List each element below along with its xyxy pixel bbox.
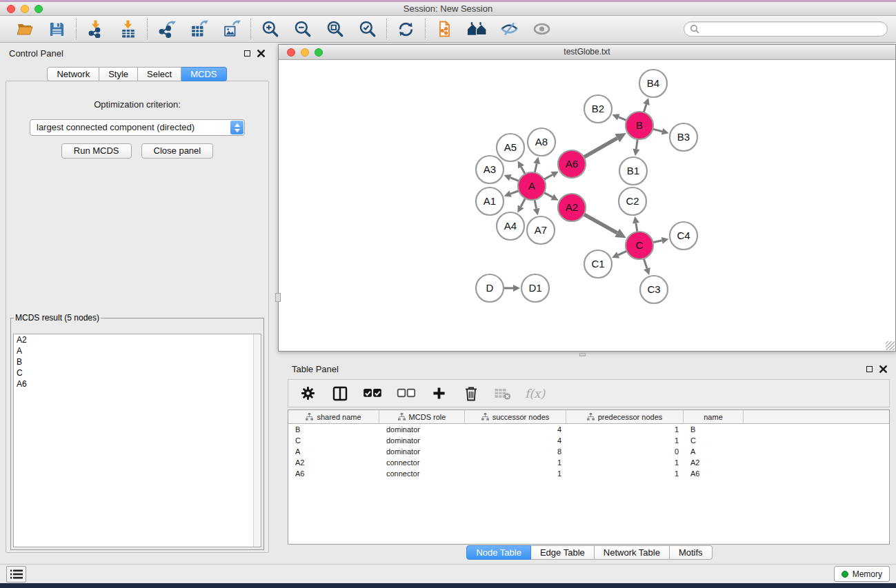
graph-edge[interactable] [544, 192, 552, 196]
splitter-knob[interactable] [275, 293, 281, 302]
graph-edge[interactable] [618, 251, 627, 255]
graph-edge[interactable] [521, 199, 525, 207]
graph-edge[interactable] [653, 241, 662, 243]
import-table-icon[interactable] [119, 20, 137, 39]
column-header-mcds-role[interactable]: MCDS role [379, 410, 465, 423]
result-scrollbar[interactable] [253, 334, 261, 547]
tab-select[interactable]: Select [138, 67, 181, 81]
cell-predecessor-nodes[interactable]: 0 [566, 446, 684, 457]
tab-node-table[interactable]: Node Table [466, 545, 531, 560]
graph-edge[interactable] [636, 139, 637, 149]
cell-name[interactable]: C [684, 435, 744, 446]
network-canvas[interactable]: B4B2BB3B1A5A8A6A3AA1A2C2A4A7C4CC1C3DD1 [279, 60, 895, 351]
delete-table-icon[interactable] [493, 384, 512, 403]
graph-node[interactable]: A6 [558, 150, 586, 178]
graph-node[interactable]: D [476, 274, 504, 302]
cell-mcds-role[interactable]: dominator [379, 424, 465, 435]
graph-edge[interactable] [636, 223, 637, 232]
open-session-icon[interactable] [15, 20, 34, 39]
cell-predecessor-nodes[interactable]: 1 [566, 435, 684, 446]
cell-shared-name[interactable]: A [288, 446, 379, 457]
float-table-panel-icon[interactable] [866, 366, 873, 372]
mcds-result-list[interactable]: A2ABCA6 [13, 334, 261, 547]
graph-node[interactable]: B4 [639, 70, 667, 97]
hide-graphics-details-icon[interactable] [500, 20, 519, 39]
graph-edge[interactable] [644, 258, 647, 269]
cell-shared-name[interactable]: A2 [288, 457, 379, 468]
cell-successor-nodes[interactable]: 4 [465, 424, 566, 435]
cell-successor-nodes[interactable]: 1 [465, 468, 566, 479]
cell-name[interactable]: A [684, 446, 744, 457]
cell-shared-name[interactable]: C [288, 435, 379, 446]
column-header-predecessor-nodes[interactable]: predecessor nodes [566, 410, 684, 423]
search-input[interactable] [703, 24, 882, 34]
zoom-fit-icon[interactable] [326, 20, 344, 39]
zoom-in-icon[interactable] [261, 20, 279, 39]
search-box[interactable] [684, 21, 888, 37]
close-network-window-button[interactable] [287, 48, 295, 57]
new-network-from-file-icon[interactable] [435, 20, 454, 39]
table-row[interactable]: Adominator80A [288, 446, 889, 457]
tab-style[interactable]: Style [99, 67, 138, 81]
export-network-icon[interactable] [157, 20, 176, 39]
zoom-network-window-button[interactable] [315, 48, 323, 57]
result-item[interactable]: A2 [14, 334, 261, 345]
close-panel-icon[interactable] [257, 50, 265, 57]
column-header-successor-nodes[interactable]: successor nodes [465, 410, 566, 423]
tab-mcds[interactable]: MCDS [181, 67, 226, 81]
table-row[interactable]: Cdominator41C [288, 435, 889, 446]
show-graphics-details-icon[interactable] [532, 20, 551, 39]
window-resize-gripper[interactable] [886, 341, 895, 350]
zoom-window-button[interactable] [34, 5, 43, 13]
export-table-icon[interactable] [190, 20, 208, 39]
refresh-icon[interactable] [397, 20, 415, 39]
graph-edge[interactable] [644, 104, 646, 112]
graph-node[interactable]: A5 [497, 134, 524, 161]
graph-node[interactable]: B [626, 112, 653, 139]
graph-node[interactable]: A8 [528, 128, 555, 156]
cell-mcds-role[interactable]: connector [379, 468, 465, 479]
cell-successor-nodes[interactable]: 4 [465, 435, 566, 446]
tab-motifs[interactable]: Motifs [670, 545, 713, 560]
tab-edge-table[interactable]: Edge Table [531, 545, 595, 560]
criterion-dropdown[interactable]: largest connected component (directed) [30, 119, 245, 136]
graph-node[interactable]: B1 [619, 157, 647, 185]
graph-edge[interactable] [535, 200, 537, 209]
cell-successor-nodes[interactable]: 8 [465, 446, 566, 457]
table-row[interactable]: A2connector11A2 [288, 457, 889, 468]
tab-network[interactable]: Network [47, 67, 99, 81]
cell-shared-name[interactable]: B [288, 424, 379, 435]
close-table-panel-icon[interactable] [879, 365, 887, 373]
table-row[interactable]: A6connector11A6 [288, 468, 889, 479]
cell-successor-nodes[interactable]: 1 [465, 457, 566, 468]
tab-network-table[interactable]: Network Table [595, 545, 670, 560]
graph-node[interactable]: A [518, 172, 546, 200]
add-column-icon[interactable] [430, 384, 448, 403]
minimize-network-window-button[interactable] [301, 48, 309, 57]
cell-predecessor-nodes[interactable]: 1 [566, 457, 684, 468]
cell-mcds-role[interactable]: connector [379, 457, 465, 468]
graph-node[interactable]: C [626, 232, 653, 259]
graph-edge[interactable] [619, 117, 627, 121]
graph-node[interactable]: A1 [476, 187, 504, 215]
cell-name[interactable]: A6 [684, 468, 744, 479]
graph-node[interactable]: B2 [584, 95, 612, 123]
graph-node[interactable]: C2 [619, 187, 646, 215]
graph-edge[interactable] [535, 163, 537, 172]
show-columns-icon[interactable] [330, 384, 349, 403]
network-graph[interactable]: B4B2BB3B1A5A8A6A3AA1A2C2A4A7C4CC1C3DD1 [279, 60, 895, 351]
result-item[interactable]: B [14, 356, 261, 367]
graph-node[interactable]: C3 [640, 276, 668, 303]
graph-edge[interactable] [521, 167, 525, 174]
graph-edge[interactable] [544, 174, 552, 179]
graph-edge[interactable] [653, 129, 662, 132]
zoom-out-icon[interactable] [293, 20, 312, 39]
graph-node[interactable]: D1 [521, 274, 549, 302]
cell-name[interactable]: B [684, 424, 744, 435]
table-row[interactable]: Bdominator41B [288, 424, 889, 435]
graph-node[interactable]: A4 [497, 212, 524, 240]
export-image-icon[interactable] [222, 20, 241, 39]
cell-predecessor-nodes[interactable]: 1 [566, 468, 684, 479]
graph-edge[interactable] [584, 138, 617, 157]
graph-node[interactable]: A7 [527, 216, 555, 244]
